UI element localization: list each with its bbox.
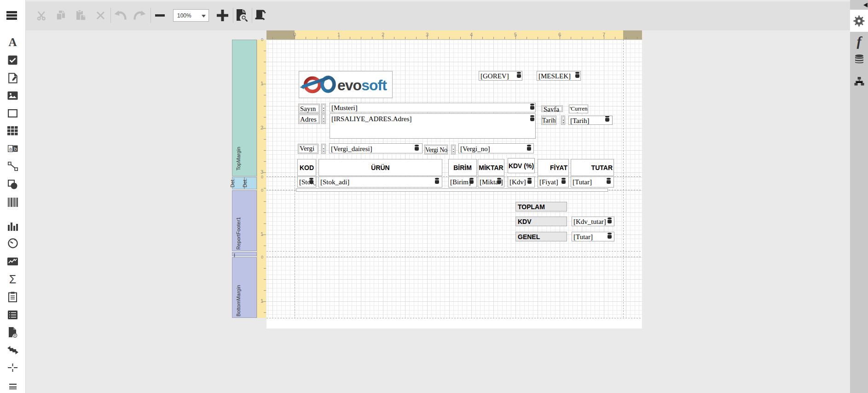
svg-text:b: b — [14, 146, 17, 151]
svg-text:evosoft: evosoft — [337, 77, 387, 94]
svg-text:a: a — [9, 146, 12, 151]
